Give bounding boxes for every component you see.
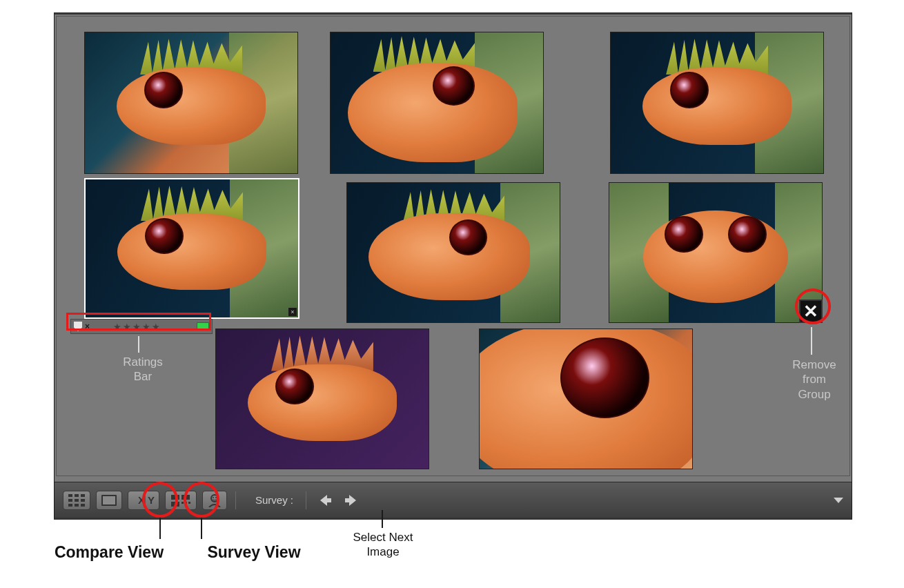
star-icon[interactable]: ★ [123, 322, 132, 332]
callout-compare-view: Compare View [40, 542, 178, 562]
callout-ratings-bar: Ratings Bar [112, 355, 174, 384]
select-next-button[interactable] [341, 491, 362, 510]
svg-rect-14 [171, 495, 179, 500]
star-icon[interactable]: ★ [152, 322, 161, 332]
svg-rect-0 [68, 494, 72, 497]
grid-view-button[interactable] [63, 491, 90, 510]
star-icon[interactable]: ★ [113, 322, 122, 332]
star-icon[interactable]: ★ [132, 322, 141, 332]
thumbnail-selected[interactable]: × [84, 178, 299, 319]
reject-icon[interactable]: × [85, 322, 90, 331]
survey-view-button[interactable] [165, 491, 197, 510]
svg-rect-5 [81, 499, 85, 502]
thumbnail[interactable] [84, 32, 298, 174]
flag-icon[interactable] [74, 322, 82, 331]
star-rating[interactable]: ★ ★ ★ ★ ★ [113, 322, 161, 332]
thumbnail[interactable] [610, 32, 824, 174]
svg-rect-10 [103, 496, 115, 504]
thumbnail[interactable] [330, 32, 544, 174]
leader-line [811, 327, 812, 355]
ratings-bar[interactable]: × ★ ★ ★ ★ ★ [70, 319, 213, 334]
svg-rect-18 [185, 502, 187, 504]
svg-text:Y: Y [148, 494, 155, 506]
callout-remove-from-group: Remove from Group [780, 357, 849, 402]
svg-rect-19 [188, 502, 190, 504]
close-icon: ✕ [803, 302, 818, 320]
chevron-down-icon[interactable] [834, 498, 843, 503]
svg-text:X: X [138, 494, 145, 506]
remove-from-group-button[interactable]: ✕ [799, 300, 823, 323]
svg-rect-4 [75, 499, 79, 502]
toolbar-separator [235, 491, 236, 509]
toolbar-separator [306, 491, 306, 509]
leader-line [138, 336, 139, 353]
callout-select-next: Select Next Image [338, 530, 428, 560]
thumbnail[interactable] [346, 182, 560, 323]
color-label-green[interactable] [197, 322, 209, 331]
svg-rect-1 [75, 494, 79, 497]
leader-line [159, 517, 161, 539]
svg-rect-3 [68, 499, 72, 502]
leader-line [201, 517, 202, 539]
svg-rect-8 [81, 504, 85, 507]
svg-rect-16 [171, 502, 179, 507]
people-view-button[interactable] [202, 491, 227, 510]
callout-survey-view: Survey View [185, 542, 323, 562]
svg-rect-7 [75, 504, 79, 507]
leader-line [382, 510, 383, 528]
close-icon[interactable]: × [288, 308, 297, 316]
toolbar-mode-label: Survey : [255, 494, 293, 506]
svg-rect-17 [181, 502, 184, 504]
svg-rect-6 [68, 504, 72, 507]
svg-rect-2 [81, 494, 85, 497]
svg-point-22 [215, 497, 217, 498]
select-previous-button[interactable] [315, 491, 335, 510]
compare-view-button[interactable]: X Y [128, 491, 159, 510]
toolbar: X Y Survey : [55, 482, 852, 518]
loupe-view-button[interactable] [96, 491, 122, 510]
svg-rect-15 [181, 495, 190, 500]
star-icon[interactable]: ★ [142, 322, 151, 332]
svg-point-21 [213, 497, 214, 498]
thumbnail[interactable] [215, 329, 429, 469]
survey-canvas: × × ★ ★ ★ ★ ★ [56, 16, 850, 476]
thumbnail[interactable] [479, 329, 693, 469]
thumbnail[interactable] [609, 182, 823, 323]
app-window: × × ★ ★ ★ ★ ★ [54, 12, 852, 520]
